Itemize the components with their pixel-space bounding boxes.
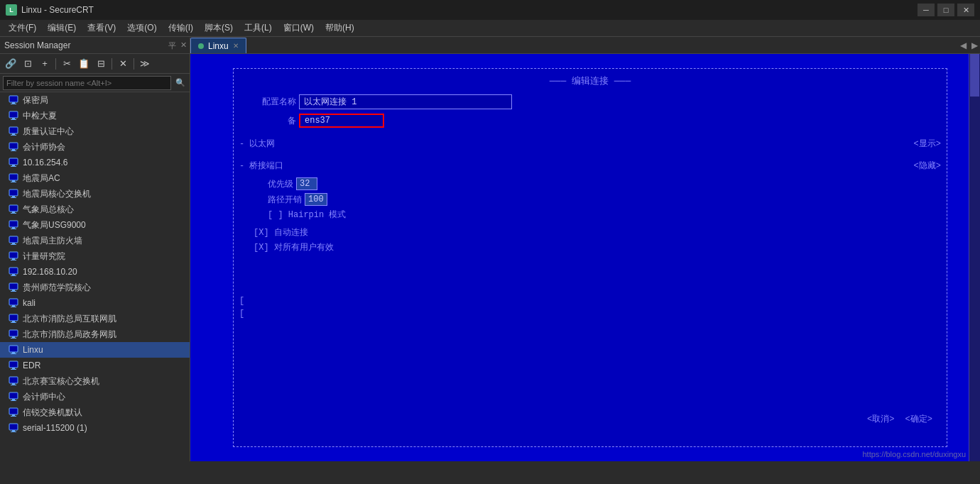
session-list-item[interactable]: 10.16.254.6	[0, 155, 190, 170]
scrollbar-thumb[interactable]	[970, 54, 979, 97]
session-item-label: 气象局总核心	[23, 204, 74, 216]
session-list-item[interactable]: 北京市消防总局政务网肌	[0, 326, 190, 342]
terminal-content: ─── 编辑连接 ─── 配置名称 以太网连接 1 备 ens37 - 以太网 …	[190, 54, 969, 461]
svg-rect-61	[12, 414, 15, 416]
tab-close-button[interactable]: ✕	[233, 42, 239, 50]
path-cost-value[interactable]: 100	[305, 193, 327, 206]
svg-rect-12	[9, 158, 18, 165]
menu-bar: 文件(F) 编辑(E) 查看(V) 选项(O) 传输(I) 脚本(S) 工具(L…	[0, 20, 980, 37]
menu-tools[interactable]: 工具(L)	[239, 21, 278, 35]
hairpin-row: [ ] Hairpin 模式	[239, 209, 941, 221]
session-list-item[interactable]: kali	[0, 295, 190, 311]
close-button[interactable]: ✕	[957, 4, 974, 16]
hairpin-label[interactable]: [ ] Hairpin 模式	[268, 210, 346, 220]
session-list-item[interactable]: 北京市消防总局互联网肌	[0, 311, 190, 326]
session-item-icon	[9, 220, 18, 230]
tab-nav-right[interactable]: ▶	[969, 38, 980, 53]
config-name-row: 配置名称 以太网连接 1	[239, 94, 941, 109]
menu-help[interactable]: 帮助(H)	[320, 21, 360, 35]
svg-rect-23	[11, 213, 16, 214]
session-item-icon	[9, 251, 18, 261]
dialog-box: ─── 编辑连接 ─── 配置名称 以太网连接 1 备 ens37 - 以太网 …	[233, 68, 947, 447]
svg-rect-41	[11, 307, 16, 307]
menu-script[interactable]: 脚本(S)	[199, 21, 239, 35]
session-item-icon	[9, 189, 18, 199]
menu-file[interactable]: 文件(F)	[3, 21, 42, 35]
session-item-label: 北京市消防总局互联网肌	[23, 313, 116, 325]
tab-linxu[interactable]: Linxu ✕	[190, 38, 246, 53]
session-list-item[interactable]: serial-115200 (1)	[0, 420, 190, 436]
session-item-icon	[9, 267, 18, 277]
svg-rect-2	[11, 104, 16, 104]
tab-nav-left[interactable]: ◀	[957, 38, 969, 53]
device-value[interactable]: ens37	[299, 114, 384, 128]
session-list-item[interactable]: 192.168.10.20	[0, 264, 190, 280]
session-btn-paste[interactable]: ⊟	[93, 56, 109, 72]
bridge-hide-label[interactable]: <隐藏>	[914, 160, 941, 172]
config-name-value[interactable]: 以太网连接 1	[299, 94, 512, 109]
session-list-item[interactable]: 计量研究院	[0, 248, 190, 264]
session-list-item[interactable]: 北京赛宝核心交换机	[0, 373, 190, 389]
svg-rect-46	[12, 336, 15, 338]
session-btn-more[interactable]: ≫	[137, 56, 153, 72]
session-item-icon	[9, 314, 18, 324]
session-list-item[interactable]: Linxu	[0, 342, 190, 358]
menu-view[interactable]: 查看(V)	[82, 21, 121, 35]
session-btn-cut[interactable]: ✂	[59, 56, 75, 72]
session-list-item[interactable]: 贵州师范学院核心	[0, 280, 190, 295]
session-list-item[interactable]: 地震局核心交换机	[0, 186, 190, 202]
session-list-item[interactable]: 会计师协会	[0, 139, 190, 155]
session-btn-delete[interactable]: ✕	[115, 56, 131, 72]
path-cost-label: 路径开销	[268, 194, 302, 206]
session-btn-add[interactable]: +	[37, 56, 53, 72]
session-list-item[interactable]: 会计师中心	[0, 389, 190, 405]
svg-rect-8	[11, 135, 16, 136]
menu-transfer[interactable]: 传输(I)	[163, 21, 199, 35]
svg-rect-65	[11, 431, 16, 432]
priority-label: 优先级	[268, 178, 293, 190]
session-btn-copy[interactable]: 📋	[76, 56, 92, 72]
svg-rect-38	[11, 291, 16, 292]
session-list-item[interactable]: EDR	[0, 358, 190, 373]
session-btn-new-folder[interactable]: ⊡	[20, 56, 36, 72]
ethernet-show-label[interactable]: <显示>	[914, 138, 941, 150]
auto-connect-label[interactable]: [X] 自动连接	[254, 228, 308, 238]
session-panel-close[interactable]: ✕	[180, 40, 187, 51]
session-list-item[interactable]: 地震局主防火墙	[0, 233, 190, 248]
session-toolbar: 🔗 ⊡ + ✂ 📋 ⊟ ✕ ≫	[0, 54, 190, 74]
minimize-button[interactable]: ─	[918, 4, 935, 16]
session-list-item[interactable]: 地震局AC	[0, 170, 190, 186]
session-list-item[interactable]: 质量认证中心	[0, 123, 190, 139]
all-users-row: [X] 对所有用户有效	[254, 241, 941, 253]
all-users-label[interactable]: [X] 对所有用户有效	[254, 243, 334, 253]
cancel-button[interactable]: <取消>	[867, 414, 894, 424]
session-list-item[interactable]: 信锐交换机默认	[0, 405, 190, 420]
session-list-item[interactable]: 气象局USG9000	[0, 217, 190, 233]
svg-rect-52	[12, 368, 15, 369]
svg-rect-37	[12, 290, 15, 291]
filter-search-icon[interactable]: 🔍	[174, 77, 187, 89]
svg-rect-42	[9, 314, 18, 321]
session-filter-input[interactable]	[3, 76, 171, 90]
menu-edit[interactable]: 编辑(E)	[42, 21, 82, 35]
terminal-scrollbar[interactable]	[969, 54, 980, 461]
session-item-label: 192.168.10.20	[23, 267, 77, 277]
svg-rect-27	[9, 236, 18, 243]
priority-value[interactable]: 32	[296, 177, 317, 190]
menu-window[interactable]: 窗口(W)	[278, 21, 320, 35]
session-panel-pin[interactable]: 平	[168, 40, 176, 51]
filter-row: 🔍	[0, 74, 190, 92]
svg-rect-34	[12, 274, 15, 275]
terminal-area[interactable]: ─── 编辑连接 ─── 配置名称 以太网连接 1 备 ens37 - 以太网 …	[190, 54, 980, 461]
svg-rect-21	[9, 205, 18, 211]
svg-rect-54	[9, 377, 18, 383]
session-list-item[interactable]: 中检大夏	[0, 108, 190, 123]
maximize-button[interactable]: □	[937, 4, 954, 16]
session-list-item[interactable]: 保密局	[0, 92, 190, 108]
ok-button[interactable]: <确定>	[905, 414, 932, 424]
svg-rect-53	[11, 369, 16, 370]
session-btn-link[interactable]: 🔗	[3, 56, 18, 72]
menu-options[interactable]: 选项(O)	[121, 21, 162, 35]
svg-rect-47	[11, 338, 16, 339]
session-list-item[interactable]: 气象局总核心	[0, 202, 190, 217]
